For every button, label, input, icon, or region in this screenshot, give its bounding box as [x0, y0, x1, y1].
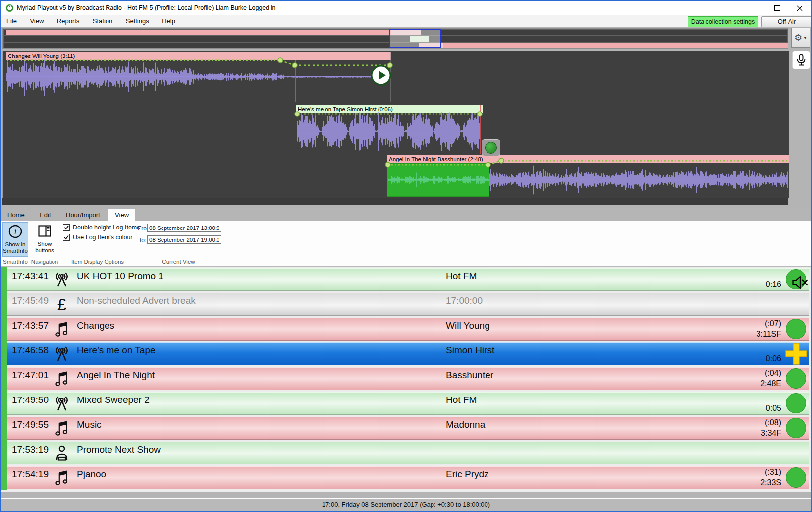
- group-label-current-view: Current View: [136, 259, 221, 265]
- antenna-icon: [53, 396, 71, 411]
- to-label: to:: [140, 237, 146, 244]
- log-row[interactable]: 17:49:50Mixed Sweeper 2Hot FM0:05: [7, 392, 809, 415]
- envelope-node[interactable]: [292, 63, 297, 68]
- menu-help[interactable]: Help: [157, 15, 181, 27]
- record-icon: [485, 142, 497, 154]
- envelope-node[interactable]: [385, 162, 390, 167]
- microphone-icon: [796, 54, 807, 66]
- overview-segment: [6, 30, 391, 35]
- log-row[interactable]: 17:53:19Promote Next Show: [7, 442, 809, 464]
- play-status-button[interactable]: [786, 319, 806, 339]
- row-intro-time: (:31): [765, 468, 781, 477]
- row-artist: 17:00:00: [446, 295, 483, 306]
- editor-settings-button[interactable]: ⚙ ▼: [791, 28, 810, 48]
- menu-reports[interactable]: Reports: [52, 15, 85, 27]
- show-buttons-label2: buttons: [32, 247, 57, 254]
- antenna-icon: [51, 270, 73, 289]
- row-title: Here's me on Tape: [77, 345, 156, 356]
- waveform-editor: Changes Will Young (3:11) Here's me on T…: [2, 51, 789, 198]
- log-left-indicator-strip: [1, 267, 7, 490]
- log-row[interactable]: 17:54:19PjanooEric Prydz(:31)2:33S: [7, 466, 809, 489]
- log-row[interactable]: 17:45:49£Non-scheduled Advert break17:00…: [7, 293, 809, 316]
- row-time: 17:49:55: [12, 419, 49, 430]
- status-bar: 17:00, Friday 08 September 2017 (Gap: +0…: [1, 498, 811, 511]
- panel-layout-icon: [38, 224, 52, 238]
- row-time: 17:46:58: [12, 345, 49, 356]
- row-title: Mixed Sweeper 2: [77, 395, 150, 405]
- menu-station[interactable]: Station: [87, 15, 118, 27]
- envelope-node[interactable]: [278, 58, 283, 63]
- overview-segment: [443, 43, 788, 48]
- tab-edit[interactable]: Edit: [33, 209, 57, 221]
- row-time: 17:45:49: [12, 295, 49, 306]
- log-row[interactable]: 17:46:58Here's me on TapeSimon Hirst0:06: [7, 342, 809, 365]
- record-button[interactable]: [482, 139, 500, 156]
- pound-icon: £: [57, 296, 66, 313]
- from-date-input[interactable]: [147, 224, 221, 232]
- play-button[interactable]: [371, 65, 391, 86]
- group-navigation: Show buttons Navigation: [30, 221, 59, 266]
- checkbox-checked-icon[interactable]: [63, 224, 70, 231]
- use-colour-checkbox-label: Use Log Item's colour: [73, 234, 133, 241]
- tab-hour-import[interactable]: Hour/Import: [59, 209, 107, 221]
- tab-home[interactable]: Home: [1, 209, 31, 221]
- mute-speaker-icon: [792, 276, 809, 291]
- row-duration: 3:11SF: [757, 330, 781, 339]
- double-height-checkbox-row[interactable]: Double height Log Items: [63, 224, 140, 231]
- music-note-icon: [54, 371, 69, 387]
- pound-icon: £: [51, 294, 73, 314]
- envelope-node[interactable]: [486, 162, 490, 167]
- envelope-node[interactable]: [477, 112, 482, 116]
- row-artist: Hot FM: [446, 271, 477, 282]
- log-row[interactable]: 17:43:57ChangesWill Young(:07)3:11SF: [7, 318, 809, 341]
- group-item-display-options: Double height Log Items Use Log Item's c…: [59, 221, 136, 266]
- antenna-icon: [51, 344, 73, 364]
- row-artist: Basshunter: [446, 370, 493, 381]
- play-status-button[interactable]: [786, 368, 806, 389]
- show-in-smartinfo-button[interactable]: i Show in SmartInfo: [2, 222, 28, 257]
- play-status-button[interactable]: [786, 467, 806, 488]
- row-time: 17:54:19: [12, 469, 49, 480]
- log-row[interactable]: 17:49:55MusicMadonna(:08)3:34F: [7, 417, 809, 440]
- row-title: Changes: [77, 320, 114, 331]
- row-intro-time: (:07): [765, 319, 781, 328]
- off-air-button[interactable]: Off-Air: [761, 16, 812, 27]
- group-label-navigation: Navigation: [30, 259, 59, 265]
- close-button[interactable]: [788, 1, 811, 15]
- maximize-button[interactable]: [766, 1, 788, 15]
- log-row[interactable]: 17:47:01Angel In The NightBasshunter(:04…: [7, 367, 809, 390]
- show-buttons-button[interactable]: Show buttons: [32, 222, 57, 257]
- ribbon-tab-strip: Home Edit Hour/Import View: [1, 209, 811, 221]
- add-item-button[interactable]: [784, 342, 808, 368]
- group-current-view: From: to: Current View: [136, 221, 221, 266]
- tab-view[interactable]: View: [108, 209, 135, 221]
- use-colour-checkbox-row[interactable]: Use Log Item's colour: [63, 234, 133, 241]
- row-artist: Hot FM: [446, 395, 477, 405]
- minimize-button[interactable]: [744, 1, 766, 15]
- window-title: Myriad Playout v5 by Broadcast Radio - H…: [17, 4, 275, 11]
- row-artist: Simon Hirst: [446, 345, 494, 356]
- data-collection-settings-button[interactable]: Data collection settings: [688, 16, 758, 27]
- ribbon-view: i Show in SmartInfo SmartInfo Show: [1, 221, 811, 267]
- app-logo-icon: [5, 4, 14, 12]
- envelope-node[interactable]: [499, 158, 504, 163]
- overview-viewport-box[interactable]: [389, 29, 441, 48]
- row-artist: Will Young: [446, 320, 490, 331]
- to-date-input[interactable]: [147, 235, 221, 244]
- checkbox-checked-icon[interactable]: [63, 234, 70, 241]
- play-status-button[interactable]: [786, 418, 806, 438]
- menu-file[interactable]: File: [1, 15, 22, 27]
- info-icon: i: [8, 225, 22, 238]
- log-row[interactable]: 17:43:41UK HOT 10 Promo 1Hot FM0:16: [7, 268, 809, 291]
- envelope-node[interactable]: [295, 112, 300, 116]
- music-note-icon: [51, 418, 73, 438]
- play-status-button[interactable]: [786, 393, 806, 413]
- add-item-icon: [784, 342, 808, 366]
- row-artist: Madonna: [446, 419, 485, 430]
- menu-view[interactable]: View: [24, 15, 49, 27]
- play-status-button[interactable]: [786, 269, 806, 289]
- microphone-button[interactable]: [792, 51, 810, 69]
- menu-settings[interactable]: Settings: [120, 15, 155, 27]
- music-note-icon: [54, 470, 69, 486]
- title-bar: Myriad Playout v5 by Broadcast Radio - H…: [1, 1, 811, 15]
